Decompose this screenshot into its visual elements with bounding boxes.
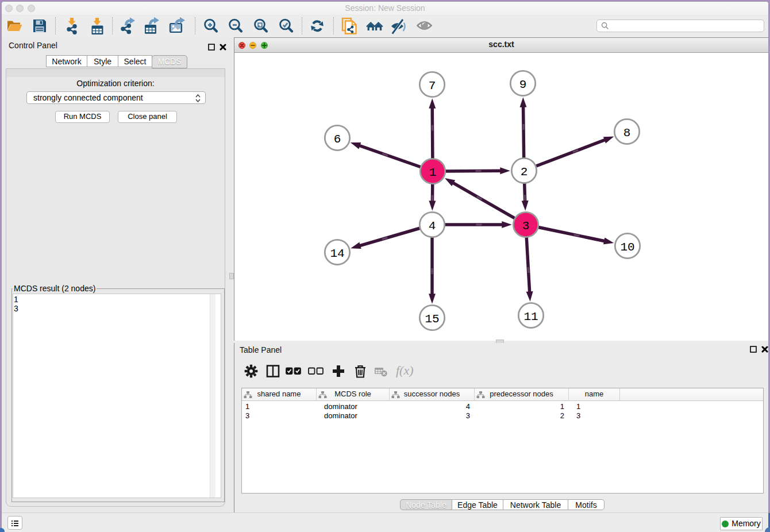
svg-text:4: 4 [429,219,436,233]
svg-text:3: 3 [522,219,530,233]
svg-text:14: 14 [330,247,344,260]
svg-text:9: 9 [519,78,527,91]
svg-text:10: 10 [620,241,634,254]
svg-text:7: 7 [429,79,436,92]
svg-text:11: 11 [523,310,538,323]
svg-text:1: 1 [429,166,437,179]
svg-text:15: 15 [425,313,439,326]
svg-text:2: 2 [521,165,528,179]
svg-text:8: 8 [623,126,631,140]
svg-text:6: 6 [334,133,341,146]
